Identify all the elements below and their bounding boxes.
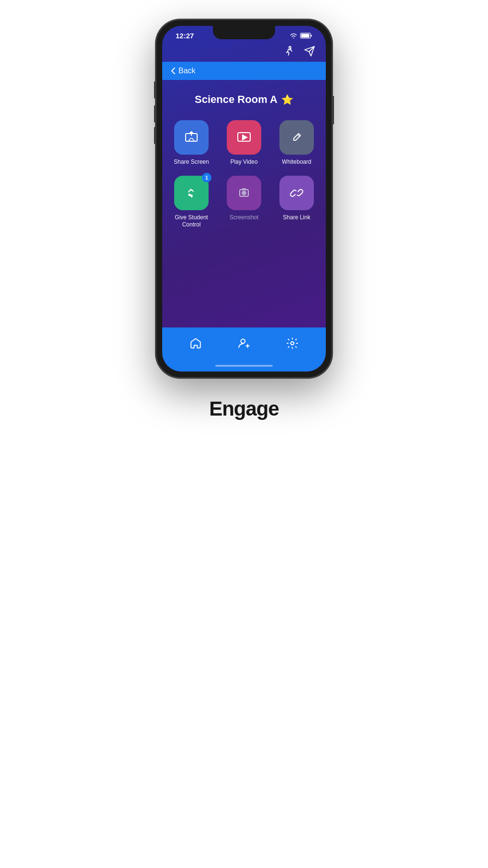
home-icon xyxy=(189,337,202,349)
phone-shell: 12:27 xyxy=(155,19,333,378)
screenshot-item[interactable]: Screenshot xyxy=(222,176,266,229)
main-content: Science Room A ⭐ Sha xyxy=(162,80,326,327)
student-badge: 1 xyxy=(202,173,211,182)
svg-marker-5 xyxy=(243,135,247,140)
home-indicator-bar xyxy=(215,365,273,367)
svg-point-6 xyxy=(189,194,190,195)
notch xyxy=(213,26,275,39)
play-video-button[interactable] xyxy=(227,120,261,155)
share-link-label: Share Link xyxy=(283,214,310,222)
svg-point-9 xyxy=(244,192,245,193)
give-student-control-button[interactable]: 1 xyxy=(174,176,209,210)
share-screen-icon xyxy=(184,130,199,145)
top-action-bar xyxy=(162,42,326,62)
phone-screen: 12:27 xyxy=(162,26,326,372)
add-user-icon xyxy=(238,337,250,349)
share-link-icon xyxy=(289,185,304,201)
svg-point-10 xyxy=(241,339,245,343)
whiteboard-icon xyxy=(289,130,304,145)
share-screen-label: Share Screen xyxy=(174,158,209,166)
screenshot-label: Screenshot xyxy=(230,214,259,222)
send-icon[interactable] xyxy=(304,45,315,57)
status-icons xyxy=(289,33,312,39)
share-link-button[interactable] xyxy=(279,176,314,210)
status-time: 12:27 xyxy=(176,32,194,40)
play-video-icon xyxy=(236,130,252,145)
share-link-item[interactable]: Share Link xyxy=(275,176,318,229)
give-student-control-item[interactable]: 1 Give StudentControl xyxy=(170,176,213,229)
favorite-star-icon[interactable]: ⭐ xyxy=(281,94,293,105)
settings-icon xyxy=(286,337,299,349)
back-bar[interactable]: Back xyxy=(162,62,326,80)
action-grid: Share Screen Play Video xyxy=(170,120,318,229)
wifi-icon xyxy=(289,33,298,39)
back-button-label: Back xyxy=(178,67,196,75)
bottom-nav xyxy=(162,327,326,362)
whiteboard-item[interactable]: Whiteboard xyxy=(275,120,318,166)
room-title-row: Science Room A ⭐ xyxy=(195,93,293,106)
student-control-icon xyxy=(184,185,199,201)
svg-point-11 xyxy=(290,342,294,345)
nav-settings[interactable] xyxy=(277,334,308,352)
play-video-item[interactable]: Play Video xyxy=(222,120,266,166)
page-wrapper: 12:27 xyxy=(122,19,366,420)
share-screen-item[interactable]: Share Screen xyxy=(170,120,213,166)
nav-home[interactable] xyxy=(180,334,211,352)
page-title: Engage xyxy=(209,397,279,420)
nav-add-user[interactable] xyxy=(228,334,260,352)
home-indicator xyxy=(162,362,326,372)
svg-rect-1 xyxy=(301,34,310,38)
screenshot-icon xyxy=(236,185,252,201)
svg-point-2 xyxy=(289,46,291,48)
give-student-control-label: Give StudentControl xyxy=(175,214,208,229)
play-video-label: Play Video xyxy=(230,158,257,166)
back-chevron-icon xyxy=(171,67,176,75)
screenshot-button[interactable] xyxy=(227,176,261,210)
room-title: Science Room A xyxy=(195,93,277,106)
whiteboard-button[interactable] xyxy=(279,120,314,155)
share-screen-button[interactable] xyxy=(174,120,209,155)
whiteboard-label: Whiteboard xyxy=(282,158,311,166)
activity-icon[interactable] xyxy=(284,45,295,57)
battery-icon xyxy=(300,33,312,39)
